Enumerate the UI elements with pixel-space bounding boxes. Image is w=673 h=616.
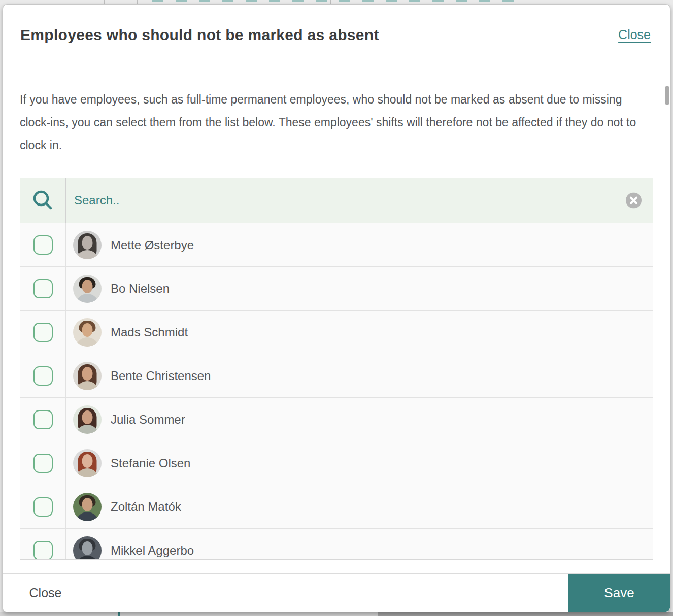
employee-avatar (73, 536, 102, 560)
modal-body: If you have employees, such as full-time… (3, 65, 670, 560)
page-background-bottom (0, 612, 673, 616)
employee-avatar (73, 231, 102, 259)
checkbox-cell[interactable] (20, 223, 66, 266)
employee-avatar (73, 318, 102, 347)
background-gridline (104, 0, 105, 4)
checkbox-cell[interactable] (20, 267, 66, 310)
search-icon-cell (20, 178, 66, 223)
employee-row: Mads Schmidt (20, 311, 653, 354)
employee-name: Stefanie Olsen (111, 456, 190, 470)
employee-row: Mikkel Aggerbo (20, 529, 653, 560)
employee-checkbox[interactable] (33, 235, 53, 255)
employee-name: Bo Nielsen (111, 282, 170, 296)
employee-list: Mette Østerbye Bo Nielsen (20, 178, 653, 560)
employee-info: Zoltán Matók (66, 485, 653, 528)
search-bar (20, 178, 653, 223)
employee-info: Stefanie Olsen (66, 441, 653, 485)
modal-scrollbar-thumb[interactable] (665, 86, 669, 105)
background-gridline (137, 0, 138, 4)
employee-row: Stefanie Olsen (20, 441, 653, 485)
employee-checkbox[interactable] (33, 279, 53, 298)
checkbox-cell[interactable] (20, 485, 66, 528)
modal-close-link[interactable]: Close (618, 27, 651, 42)
footer-spacer (88, 574, 568, 612)
modal-footer: Close Save (3, 573, 670, 612)
employee-info: Mette Østerbye (66, 223, 653, 266)
employee-info: Julia Sommer (66, 398, 653, 441)
checkbox-cell[interactable] (20, 441, 66, 485)
employee-row: Zoltán Matók (20, 485, 653, 529)
employee-checkbox[interactable] (33, 410, 53, 429)
search-input[interactable] (74, 193, 583, 208)
background-gridline (330, 0, 331, 4)
employee-info: Mikkel Aggerbo (66, 529, 653, 560)
background-schedule-cells (152, 0, 514, 2)
checkbox-cell[interactable] (20, 529, 66, 560)
employee-checkbox[interactable] (33, 541, 53, 560)
background-accent-mark (118, 612, 120, 616)
checkbox-cell[interactable] (20, 311, 66, 354)
employee-avatar (73, 405, 102, 434)
employee-name: Bente Christensen (111, 369, 211, 383)
employee-checkbox[interactable] (33, 497, 53, 517)
absent-exceptions-modal: Employees who should not be marked as ab… (3, 4, 670, 612)
employee-checkbox[interactable] (33, 323, 53, 342)
employee-name: Mette Østerbye (111, 238, 194, 252)
save-button[interactable]: Save (568, 574, 670, 612)
employee-checkbox[interactable] (33, 366, 53, 386)
employee-avatar (73, 449, 102, 477)
employee-info: Bo Nielsen (66, 267, 653, 310)
modal-title: Employees who should not be marked as ab… (20, 26, 379, 44)
modal-description: If you have employees, such as full-time… (20, 88, 647, 157)
circle-x-icon (626, 193, 642, 209)
employee-name: Mads Schmidt (111, 325, 188, 339)
employee-info: Bente Christensen (66, 354, 653, 397)
employee-row: Bente Christensen (20, 354, 653, 398)
employee-info: Mads Schmidt (66, 311, 653, 354)
employee-name: Zoltán Matók (111, 500, 181, 514)
search-icon (31, 189, 55, 212)
employee-checkbox[interactable] (33, 454, 53, 473)
employee-row: Bo Nielsen (20, 267, 653, 311)
checkbox-cell[interactable] (20, 398, 66, 441)
search-input-cell (66, 178, 653, 223)
employee-row: Mette Østerbye (20, 223, 653, 267)
employee-row: Julia Sommer (20, 398, 653, 441)
checkbox-cell[interactable] (20, 354, 66, 397)
horizontal-scrollbar[interactable] (378, 612, 673, 616)
employee-name: Mikkel Aggerbo (111, 543, 194, 558)
employee-avatar (73, 275, 102, 303)
employee-avatar (73, 493, 102, 521)
modal-header: Employees who should not be marked as ab… (3, 5, 670, 65)
employee-name: Julia Sommer (111, 413, 185, 427)
clear-search-button[interactable] (626, 193, 642, 209)
footer-close-button[interactable]: Close (3, 574, 88, 612)
employee-avatar (73, 362, 102, 390)
